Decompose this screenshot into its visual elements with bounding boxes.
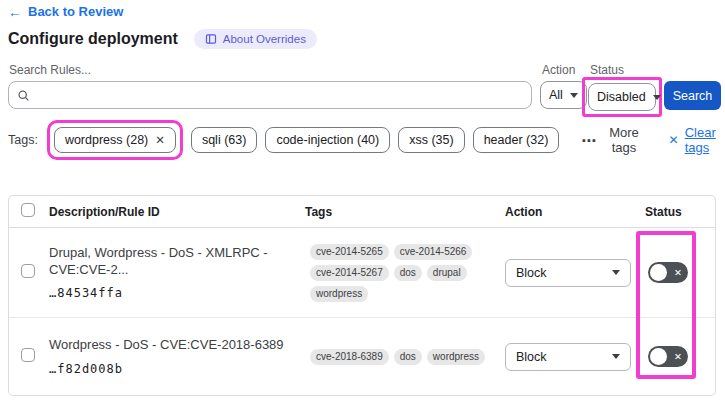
clear-tags-link[interactable]: ✕ Clear tags (669, 125, 725, 155)
page-title: Configure deployment (8, 30, 178, 48)
more-tags-label: More tags (605, 125, 642, 155)
column-header-status: Status (645, 205, 715, 219)
rule-tag: cve-2014-5265 (310, 244, 389, 260)
ellipsis-icon: ⋯ (581, 133, 597, 148)
table-header-row: Description/Rule ID Tags Action Status (9, 196, 715, 228)
rule-tag: cve-2018-6389 (310, 349, 389, 365)
search-field[interactable] (8, 81, 532, 109)
rule-tag: dos (394, 265, 422, 281)
rule-action-cell: Block (505, 343, 645, 371)
selected-tag-highlight: wordpress (28) ✕ (47, 120, 183, 160)
configure-deployment-page: ← Back to Review Configure deployment Ab… (0, 0, 725, 406)
chevron-down-icon (570, 93, 578, 98)
tag-filter-wordpress[interactable]: wordpress (28) ✕ (54, 127, 176, 153)
rule-row: Wordpress - DoS - CVE:CVE-2018-6389…f82d… (9, 318, 715, 395)
rule-status-cell: ✕ (645, 262, 715, 283)
search-icon (17, 89, 30, 102)
back-arrow-icon: ← (8, 5, 22, 19)
rule-description-cell: Drupal, Wordpress - DoS - XMLRPC - CVE:C… (49, 245, 305, 301)
row-action-value: Block (516, 350, 547, 364)
status-filter-highlight: Disabled (582, 77, 662, 117)
tags-label: Tags: (8, 133, 38, 147)
rule-id: …84534ffa (49, 286, 291, 300)
rule-tag: cve-2014-5266 (394, 244, 473, 260)
back-link-label: Back to Review (28, 4, 123, 19)
toggle-knob (650, 348, 667, 365)
search-input[interactable] (36, 87, 523, 103)
status-dropdown[interactable]: Disabled (588, 83, 656, 111)
book-icon (205, 33, 217, 45)
clear-tags-icon: ✕ (669, 133, 679, 147)
row-action-value: Block (516, 266, 547, 280)
table-body: Drupal, Wordpress - DoS - XMLRPC - CVE:C… (9, 228, 715, 395)
rule-action-cell: Block (505, 259, 645, 287)
column-header-action: Action (505, 205, 645, 219)
remove-tag-icon[interactable]: ✕ (155, 133, 165, 147)
action-dropdown[interactable]: All (540, 81, 587, 109)
rule-row: Drupal, Wordpress - DoS - XMLRPC - CVE:C… (9, 228, 715, 318)
about-overrides-label: About Overrides (223, 33, 306, 45)
tags-filter-bar: Tags: wordpress (28) ✕ sqli (63)code-inj… (8, 120, 725, 160)
action-dropdown-value: All (549, 88, 563, 102)
tag-filter-header[interactable]: header (32) (473, 127, 560, 153)
column-header-description: Description/Rule ID (49, 205, 305, 219)
chevron-down-icon (653, 95, 661, 100)
tag-filter-label: wordpress (28) (65, 133, 148, 147)
back-link[interactable]: ← Back to Review (8, 4, 123, 19)
chevron-down-icon (612, 354, 620, 359)
row-checkbox[interactable] (21, 348, 35, 362)
tag-filter-code-injection[interactable]: code-injection (40) (265, 127, 390, 153)
toggle-knob (650, 264, 667, 281)
rule-tag: wordpress (310, 286, 368, 302)
row-checkbox-cell (9, 348, 49, 366)
rule-tag: dos (394, 349, 422, 365)
chevron-down-icon (612, 270, 620, 275)
status-toggle[interactable]: ✕ (648, 262, 688, 283)
tag-filter-xss[interactable]: xss (35) (398, 127, 464, 153)
status-label: Status (590, 63, 624, 77)
rule-description: Drupal, Wordpress - DoS - XMLRPC - CVE:C… (49, 245, 291, 279)
header-checkbox-cell (9, 203, 49, 221)
rule-tag: cve-2014-5267 (310, 265, 389, 281)
status-toggle[interactable]: ✕ (648, 346, 688, 367)
row-action-dropdown[interactable]: Block (505, 259, 631, 287)
clear-tags-label: Clear tags (685, 125, 725, 155)
toggle-off-icon: ✕ (674, 268, 682, 278)
row-checkbox[interactable] (21, 264, 35, 278)
rule-tag: drupal (427, 265, 467, 281)
rule-status-cell: ✕ (645, 346, 715, 367)
rule-description: Wordpress - DoS - CVE:CVE-2018-6389 (49, 337, 291, 354)
rule-description-cell: Wordpress - DoS - CVE:CVE-2018-6389…f82d… (49, 337, 305, 376)
tag-filter-sqli[interactable]: sqli (63) (191, 127, 257, 153)
rule-id: …f82d008b (49, 362, 291, 376)
rules-table: Description/Rule ID Tags Action Status D… (8, 195, 716, 396)
status-dropdown-value: Disabled (597, 90, 646, 104)
search-button[interactable]: Search (664, 81, 721, 110)
row-action-dropdown[interactable]: Block (505, 343, 631, 371)
more-tags-button[interactable]: ⋯ More tags (575, 124, 648, 156)
search-rules-label: Search Rules... (9, 63, 91, 77)
rule-tags-cell: cve-2014-5265cve-2014-5266cve-2014-5267d… (305, 228, 505, 317)
rule-tag: wordpress (427, 349, 485, 365)
page-header: Configure deployment About Overrides (8, 29, 317, 49)
column-header-tags: Tags (305, 205, 505, 219)
toggle-off-icon: ✕ (674, 352, 682, 362)
select-all-checkbox[interactable] (21, 203, 35, 217)
row-checkbox-cell (9, 264, 49, 282)
rule-tags-cell: cve-2018-6389doswordpress (305, 318, 505, 395)
about-overrides-badge[interactable]: About Overrides (194, 29, 317, 49)
action-label: Action (542, 63, 575, 77)
